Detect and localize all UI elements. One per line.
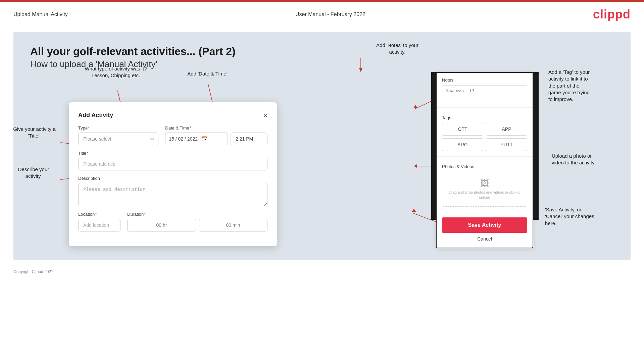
annotation-upload: Upload a photo or video to the activity. [552,153,622,166]
phone-bar-left [431,72,437,220]
location-input[interactable] [78,219,120,231]
time-input[interactable] [231,133,267,145]
type-group: Type* Please select [78,125,158,145]
add-activity-modal: Add Activity × Type* Please select Date … [69,102,277,246]
annotation-type: What type of activity was it? Lesson, Ch… [82,65,149,79]
phone-bar-right [533,72,539,220]
description-textarea[interactable] [78,183,267,206]
annotation-description: Describe your activity. [10,166,57,180]
duration-inputs [127,219,267,231]
description-label: Description [78,176,267,181]
date-time-inputs: 15 / 02 / 2022 📅 [165,133,267,145]
modal-close-button[interactable]: × [263,112,267,119]
header: Upload Manual Activity User Manual - Feb… [0,2,644,25]
tags-label: Tags [442,115,527,120]
tag-arg[interactable]: ARG [442,138,483,151]
notes-input[interactable] [442,85,527,103]
copyright: Copyright Clippd 2021 [13,269,53,274]
header-divider [13,25,631,25]
svg-marker-17 [413,105,418,108]
date-input[interactable]: 15 / 02 / 2022 📅 [165,133,228,145]
upload-text: Drag and Drop photos and videos or click… [446,190,524,200]
logo: clippd [593,7,631,21]
datetime-group: Date & Time* 15 / 02 / 2022 📅 [165,125,267,145]
datetime-label: Date & Time* [165,125,267,131]
notes-section: Notes [437,73,533,107]
notes-label: Notes [442,77,527,83]
annotation-notes: Add 'Notes' to your activity. [364,42,431,56]
tag-putt[interactable]: PUTT [486,138,527,151]
tag-ott[interactable]: OTT [442,123,483,136]
type-select[interactable]: Please select [78,133,158,145]
actions-section: Save Activity Cancel [437,213,533,248]
type-label: Type* [78,125,158,131]
form-row-location-duration: Location* Duration* [78,212,267,231]
modal-title: Add Activity [78,112,113,119]
main-content: All your golf-relevant activities... (Pa… [13,32,631,260]
annotation-save-cancel: 'Save Activity' or 'Cancel' your changes… [545,206,622,227]
upload-icon: 🖼 [446,178,524,189]
phone-panel: Notes Tags OTT APP ARG PUTT Photos & Vid… [436,72,533,248]
annotation-tags: Add a 'Tag' to your activity to link it … [548,69,622,103]
duration-hr-input[interactable] [127,219,196,231]
tags-section: Tags OTT APP ARG PUTT [437,110,533,156]
title-group: Title* [78,151,267,170]
duration-label: Duration* [127,212,267,217]
title-label: Title* [78,151,267,156]
photos-label: Photos & Videos [442,164,527,169]
duration-min-input[interactable] [199,219,267,231]
save-activity-button[interactable]: Save Activity [442,217,527,233]
divider-1 [437,107,533,108]
divider-2 [437,156,533,157]
header-left: Upload Manual Activity [13,11,68,17]
tag-app[interactable]: APP [486,123,527,136]
cancel-link[interactable]: Cancel [442,236,527,245]
photos-section: Photos & Videos 🖼 Drag and Drop photos a… [437,159,533,213]
modal-header: Add Activity × [78,112,267,119]
header-center: User Manual - February 2022 [295,11,365,17]
footer: Copyright Clippd 2021 [0,267,644,277]
duration-group: Duration* [127,212,267,231]
location-label: Location* [78,212,120,217]
title-input[interactable] [78,158,267,170]
svg-marker-19 [414,164,417,168]
page-title: All your golf-relevant activities... (Pa… [30,45,614,58]
description-group: Description [78,176,267,206]
upload-area[interactable]: 🖼 Drag and Drop photos and videos or cli… [442,172,527,207]
annotation-title: Give your activity a 'Title'. [10,126,59,140]
form-row-type-datetime: Type* Please select Date & Time* 15 / 02… [78,125,267,145]
tags-grid: OTT APP ARG PUTT [442,123,527,151]
svg-marker-21 [412,209,416,212]
location-group: Location* [78,212,120,231]
annotation-datetime: Add 'Date & Time'. [178,70,238,77]
